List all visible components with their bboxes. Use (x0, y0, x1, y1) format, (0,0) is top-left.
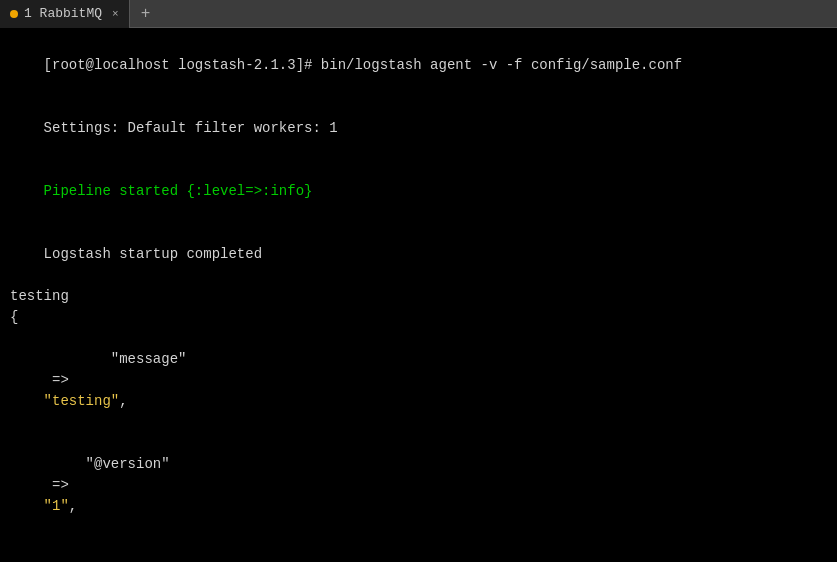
settings-line: Settings: Default filter workers: 1 (10, 97, 827, 160)
terminal-prompt-line: [root@localhost logstash-2.1.3]# bin/log… (10, 34, 827, 97)
tab-rabbitmq[interactable]: 1 RabbitMQ × (0, 0, 130, 28)
terminal-output[interactable]: [root@localhost logstash-2.1.3]# bin/log… (0, 28, 837, 562)
tab-close-button[interactable]: × (112, 8, 119, 20)
new-tab-button[interactable]: + (132, 0, 160, 28)
tab-bar: 1 RabbitMQ × + (0, 0, 837, 28)
tab-label: 1 RabbitMQ (24, 6, 102, 21)
block1-version: "@version" => "1", (10, 433, 827, 538)
block1-open: { (10, 307, 827, 328)
startup-line: Logstash startup completed (10, 223, 827, 286)
pipeline-line: Pipeline started {:level=>:info} (10, 160, 827, 223)
block1-word: testing (10, 286, 827, 307)
block1-timestamp: "@timestamp" => "2016-02-14T04:09:20.204… (10, 538, 827, 562)
tab-dot (10, 10, 18, 18)
block1-message: "message" => "testing", (10, 328, 827, 433)
